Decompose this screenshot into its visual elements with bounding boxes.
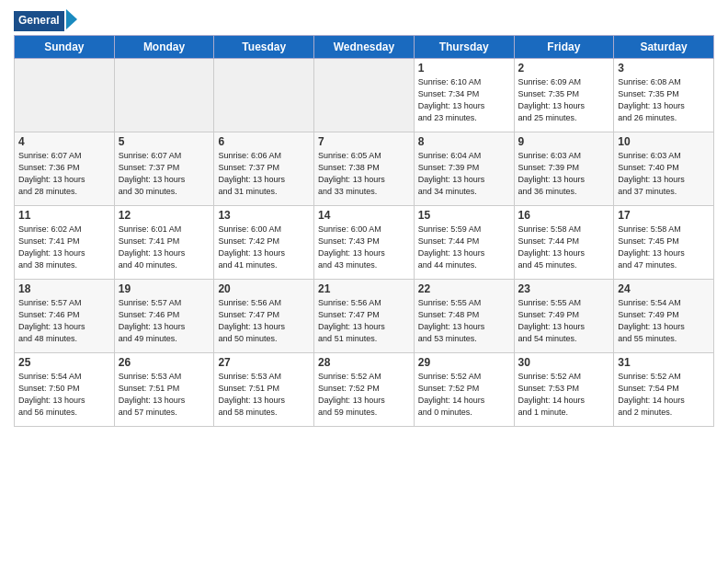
day-detail: Sunrise: 5:56 AMSunset: 7:47 PMDaylight:… (318, 297, 410, 345)
calendar-cell (114, 59, 214, 132)
calendar-cell (314, 59, 415, 132)
calendar-cell: 15Sunrise: 5:59 AMSunset: 7:44 PMDayligh… (414, 206, 514, 280)
day-number: 24 (618, 282, 710, 295)
calendar-cell: 21Sunrise: 5:56 AMSunset: 7:47 PMDayligh… (314, 280, 415, 353)
calendar-cell: 12Sunrise: 6:01 AMSunset: 7:41 PMDayligh… (114, 206, 214, 280)
calendar-cell: 17Sunrise: 5:58 AMSunset: 7:45 PMDayligh… (614, 206, 714, 280)
calendar-cell: 27Sunrise: 5:53 AMSunset: 7:51 PMDayligh… (214, 353, 314, 427)
day-number: 25 (18, 356, 110, 369)
day-number: 16 (518, 209, 610, 222)
calendar-cell: 9Sunrise: 6:03 AMSunset: 7:39 PMDaylight… (514, 132, 614, 206)
calendar-cell: 28Sunrise: 5:52 AMSunset: 7:52 PMDayligh… (314, 353, 415, 427)
day-number: 15 (418, 209, 510, 222)
day-detail: Sunrise: 5:52 AMSunset: 7:54 PMDaylight:… (618, 371, 710, 419)
calendar-cell: 13Sunrise: 6:00 AMSunset: 7:42 PMDayligh… (214, 206, 314, 280)
day-detail: Sunrise: 5:52 AMSunset: 7:52 PMDaylight:… (418, 371, 510, 419)
day-number: 7 (318, 135, 410, 148)
col-header-saturday: Saturday (614, 36, 714, 59)
header: General (14, 9, 714, 29)
day-detail: Sunrise: 5:52 AMSunset: 7:52 PMDaylight:… (318, 371, 410, 419)
col-header-monday: Monday (114, 36, 214, 59)
day-detail: Sunrise: 5:57 AMSunset: 7:46 PMDaylight:… (18, 297, 110, 345)
col-header-friday: Friday (514, 36, 614, 59)
day-number: 13 (218, 209, 310, 222)
col-header-thursday: Thursday (414, 36, 514, 59)
day-detail: Sunrise: 6:05 AMSunset: 7:38 PMDaylight:… (318, 150, 410, 198)
day-detail: Sunrise: 5:57 AMSunset: 7:46 PMDaylight:… (119, 297, 210, 345)
calendar-cell: 25Sunrise: 5:54 AMSunset: 7:50 PMDayligh… (15, 353, 115, 427)
day-number: 18 (18, 282, 110, 295)
calendar-cell: 11Sunrise: 6:02 AMSunset: 7:41 PMDayligh… (15, 206, 115, 280)
day-detail: Sunrise: 5:54 AMSunset: 7:50 PMDaylight:… (18, 371, 110, 419)
day-detail: Sunrise: 6:04 AMSunset: 7:39 PMDaylight:… (418, 150, 510, 198)
calendar-table: SundayMondayTuesdayWednesdayThursdayFrid… (14, 35, 714, 427)
col-header-sunday: Sunday (15, 36, 115, 59)
day-detail: Sunrise: 5:53 AMSunset: 7:51 PMDaylight:… (218, 371, 310, 419)
calendar-cell: 30Sunrise: 5:52 AMSunset: 7:53 PMDayligh… (514, 353, 614, 427)
calendar-cell: 5Sunrise: 6:07 AMSunset: 7:37 PMDaylight… (114, 132, 214, 206)
day-number: 10 (618, 135, 710, 148)
day-detail: Sunrise: 6:06 AMSunset: 7:37 PMDaylight:… (218, 150, 310, 198)
calendar-header-row: SundayMondayTuesdayWednesdayThursdayFrid… (15, 36, 714, 59)
day-detail: Sunrise: 6:09 AMSunset: 7:35 PMDaylight:… (518, 76, 610, 124)
day-number: 20 (218, 282, 310, 295)
day-detail: Sunrise: 6:07 AMSunset: 7:36 PMDaylight:… (18, 150, 110, 198)
day-detail: Sunrise: 6:02 AMSunset: 7:41 PMDaylight:… (18, 224, 110, 271)
calendar-cell: 19Sunrise: 5:57 AMSunset: 7:46 PMDayligh… (114, 280, 214, 353)
calendar-cell: 23Sunrise: 5:55 AMSunset: 7:49 PMDayligh… (514, 280, 614, 353)
page: General SundayMondayTuesdayWednesdayThur… (0, 0, 728, 563)
calendar-cell: 20Sunrise: 5:56 AMSunset: 7:47 PMDayligh… (214, 280, 314, 353)
col-header-tuesday: Tuesday (214, 36, 314, 59)
day-detail: Sunrise: 5:56 AMSunset: 7:47 PMDaylight:… (218, 297, 310, 345)
day-number: 19 (119, 282, 210, 295)
calendar-cell (214, 59, 314, 132)
day-number: 14 (318, 209, 410, 222)
day-detail: Sunrise: 6:08 AMSunset: 7:35 PMDaylight:… (618, 76, 710, 124)
day-detail: Sunrise: 5:58 AMSunset: 7:44 PMDaylight:… (518, 224, 610, 271)
day-number: 8 (418, 135, 510, 148)
calendar-week-row: 4Sunrise: 6:07 AMSunset: 7:36 PMDaylight… (15, 132, 714, 206)
day-detail: Sunrise: 6:10 AMSunset: 7:34 PMDaylight:… (418, 76, 510, 124)
day-number: 22 (418, 282, 510, 295)
calendar-cell: 14Sunrise: 6:00 AMSunset: 7:43 PMDayligh… (314, 206, 415, 280)
day-detail: Sunrise: 5:55 AMSunset: 7:48 PMDaylight:… (418, 297, 510, 345)
day-number: 23 (518, 282, 610, 295)
calendar-cell: 8Sunrise: 6:04 AMSunset: 7:39 PMDaylight… (414, 132, 514, 206)
calendar-cell: 31Sunrise: 5:52 AMSunset: 7:54 PMDayligh… (614, 353, 714, 427)
day-number: 28 (318, 356, 410, 369)
day-detail: Sunrise: 6:00 AMSunset: 7:42 PMDaylight:… (218, 224, 310, 271)
day-number: 17 (618, 209, 710, 222)
day-detail: Sunrise: 6:01 AMSunset: 7:41 PMDaylight:… (119, 224, 210, 271)
day-number: 29 (418, 356, 510, 369)
day-detail: Sunrise: 5:58 AMSunset: 7:45 PMDaylight:… (618, 224, 710, 271)
calendar-cell: 7Sunrise: 6:05 AMSunset: 7:38 PMDaylight… (314, 132, 415, 206)
calendar-week-row: 11Sunrise: 6:02 AMSunset: 7:41 PMDayligh… (15, 206, 714, 280)
calendar-cell: 4Sunrise: 6:07 AMSunset: 7:36 PMDaylight… (15, 132, 115, 206)
calendar-cell: 24Sunrise: 5:54 AMSunset: 7:49 PMDayligh… (614, 280, 714, 353)
day-number: 27 (218, 356, 310, 369)
calendar-cell: 22Sunrise: 5:55 AMSunset: 7:48 PMDayligh… (414, 280, 514, 353)
calendar-cell: 18Sunrise: 5:57 AMSunset: 7:46 PMDayligh… (15, 280, 115, 353)
day-number: 26 (119, 356, 210, 369)
logo: General (14, 9, 83, 29)
day-number: 31 (618, 356, 710, 369)
day-number: 4 (18, 135, 110, 148)
calendar-week-row: 1Sunrise: 6:10 AMSunset: 7:34 PMDaylight… (15, 59, 714, 132)
day-number: 6 (218, 135, 310, 148)
calendar-body: 1Sunrise: 6:10 AMSunset: 7:34 PMDaylight… (15, 59, 714, 427)
day-detail: Sunrise: 5:52 AMSunset: 7:53 PMDaylight:… (518, 371, 610, 419)
day-detail: Sunrise: 5:59 AMSunset: 7:44 PMDaylight:… (418, 224, 510, 271)
day-detail: Sunrise: 6:00 AMSunset: 7:43 PMDaylight:… (318, 224, 410, 271)
calendar-cell: 29Sunrise: 5:52 AMSunset: 7:52 PMDayligh… (414, 353, 514, 427)
calendar-cell: 26Sunrise: 5:53 AMSunset: 7:51 PMDayligh… (114, 353, 214, 427)
calendar-cell: 6Sunrise: 6:06 AMSunset: 7:37 PMDaylight… (214, 132, 314, 206)
day-detail: Sunrise: 6:07 AMSunset: 7:37 PMDaylight:… (119, 150, 210, 198)
calendar-cell: 16Sunrise: 5:58 AMSunset: 7:44 PMDayligh… (514, 206, 614, 280)
calendar-cell: 10Sunrise: 6:03 AMSunset: 7:40 PMDayligh… (614, 132, 714, 206)
calendar-week-row: 25Sunrise: 5:54 AMSunset: 7:50 PMDayligh… (15, 353, 714, 427)
day-detail: Sunrise: 5:54 AMSunset: 7:49 PMDaylight:… (618, 297, 710, 345)
calendar-cell: 1Sunrise: 6:10 AMSunset: 7:34 PMDaylight… (414, 59, 514, 132)
day-number: 21 (318, 282, 410, 295)
day-number: 2 (518, 62, 610, 75)
day-detail: Sunrise: 6:03 AMSunset: 7:39 PMDaylight:… (518, 150, 610, 198)
